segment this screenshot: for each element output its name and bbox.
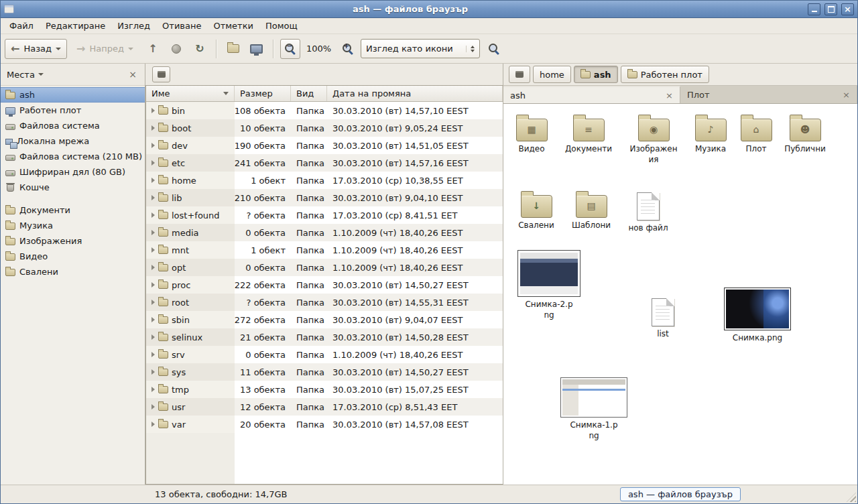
table-row[interactable]: media 0 обекта Папка 1.10.2009 (чт) 18,4… [146,224,503,241]
table-row[interactable]: proc 222 обекта Папка 30.03.2010 (вт) 14… [146,276,503,294]
expander-icon[interactable] [151,143,155,148]
path-button-ash[interactable]: ash [574,66,618,83]
expander-icon[interactable] [151,247,155,253]
icon-item-snimka-1[interactable]: Снимка-1.png [556,377,632,441]
minimize-button[interactable] [808,3,820,15]
view-mode-select[interactable]: Изглед като икони [361,39,480,58]
sidebar-item[interactable]: Документи [1,202,145,218]
sidebar-item[interactable]: Видео [1,249,145,264]
home-folder-button[interactable] [223,39,243,59]
expander-icon[interactable] [151,334,155,340]
menu-item[interactable]: Помощ [259,18,304,34]
tab-close-icon[interactable] [666,90,673,101]
expander-icon[interactable] [151,369,155,375]
icon-item-documents[interactable]: Документи [561,113,616,155]
back-button[interactable]: Назад [5,39,67,59]
icon-item-images[interactable]: Изображения [626,113,681,165]
table-row[interactable]: tmp 13 обекта Папка 30.03.2010 (вт) 15,0… [146,381,503,398]
path-root-button[interactable] [509,66,530,83]
zoom-out-button[interactable]: − [280,39,300,59]
expander-icon[interactable] [151,317,155,322]
pane-root-button[interactable] [152,66,170,82]
tab-ash[interactable]: ash [503,86,680,103]
column-header-name[interactable]: Име [146,86,235,101]
icon-item-desktop[interactable]: Плот [729,113,783,155]
table-row[interactable]: sys 11 обекта Папка 30.03.2010 (вт) 14,5… [146,363,503,381]
expander-icon[interactable] [151,125,155,131]
sidebar-item[interactable]: Изображения [1,233,145,249]
table-row[interactable]: bin 108 обекта Папка 30.03.2010 (вт) 14,… [146,102,503,119]
titlebar[interactable]: ash — файлов браузър [1,1,857,18]
search-button[interactable] [483,39,503,59]
icon-item-snimka[interactable]: Снимка.png [719,288,796,344]
maximize-button[interactable] [824,3,837,15]
column-header-type[interactable]: Вид [291,86,327,101]
menu-item[interactable]: Изглед [111,18,156,34]
icon-item-templates[interactable]: Шаблони [564,190,619,231]
menu-item[interactable]: Отметки [207,18,259,34]
table-row[interactable]: var 20 обекта Папка 30.03.2010 (вт) 14,5… [146,416,503,433]
expander-icon[interactable] [151,178,155,183]
back-dropdown-icon[interactable] [56,48,61,50]
reload-button[interactable] [190,39,210,59]
table-row[interactable]: boot 10 обекта Папка 30.03.2010 (вт) 9,0… [146,119,503,137]
sidebar-item[interactable]: Файлова система (210 MB) [1,149,145,164]
icon-item-downloads[interactable]: Свалени [509,190,564,231]
sidebar-item[interactable]: Шифриран дял (80 GB) [1,164,145,180]
sidebar-item[interactable]: Свалени [1,264,145,279]
icon-item-video[interactable]: Видео [505,113,558,155]
sidebar-item[interactable]: ash [1,87,145,103]
table-row[interactable]: root ? обекта Папка 30.03.2010 (вт) 14,5… [146,294,503,311]
table-row[interactable]: lost+found ? обекта Папка 17.03.2010 (ср… [146,206,503,224]
expander-icon[interactable] [151,300,155,305]
tab-close-icon[interactable] [843,90,850,100]
sidebar-close-button[interactable] [127,69,139,80]
expander-icon[interactable] [151,422,155,427]
table-row[interactable]: srv 0 обекта Папка 1.10.2009 (чт) 18,40,… [146,346,503,363]
expander-icon[interactable] [151,265,155,270]
resize-grip[interactable] [847,493,856,502]
menu-item[interactable]: Файл [3,18,40,34]
icon-item-new-file[interactable]: нов файл [621,190,675,234]
computer-button[interactable] [247,39,267,59]
column-header-size[interactable]: Размер [235,86,291,101]
stop-button[interactable] [166,39,186,59]
expander-icon[interactable] [151,230,155,235]
sidebar-item[interactable]: Работен плот [1,103,145,118]
expander-icon[interactable] [151,212,155,218]
expander-icon[interactable] [151,387,155,392]
path-button-desktop[interactable]: Работен плот [621,66,709,83]
table-row[interactable]: etc 241 обекта Папка 30.03.2010 (вт) 14,… [146,154,503,172]
expander-icon[interactable] [151,282,155,288]
column-header-date[interactable]: Дата на промяна [327,86,503,101]
path-button-home[interactable]: home [533,66,571,83]
sidebar-item[interactable]: Файлова система [1,118,145,133]
icon-view[interactable]: Видео Документи Изображения Музика Плот [503,104,857,485]
menu-item[interactable]: Редактиране [40,18,111,34]
zoom-in-button[interactable]: + [337,39,357,59]
table-row[interactable]: mnt 1 обект Папка 1.10.2009 (чт) 18,40,2… [146,241,503,259]
expander-icon[interactable] [151,160,155,166]
sidebar-item[interactable]: Локална мрежа [1,133,145,149]
icon-item-snimka-2[interactable]: Снимка-2.png [514,250,584,320]
up-button[interactable] [143,39,163,59]
tab-desktop[interactable]: Плот [680,86,857,103]
expander-icon[interactable] [151,195,155,200]
forward-button[interactable]: Напред [70,39,139,59]
sidebar-dropdown-icon[interactable] [38,73,44,76]
menu-item[interactable]: Отиване [156,18,207,34]
expander-icon[interactable] [151,108,155,113]
table-row[interactable]: dev 190 обекта Папка 30.03.2010 (вт) 14,… [146,137,503,154]
table-row[interactable]: usr 12 обекта Папка 17.03.2010 (ср) 8,51… [146,398,503,416]
close-button[interactable] [841,3,854,15]
table-row[interactable]: lib 210 обекта Папка 30.03.2010 (вт) 9,0… [146,189,503,206]
icon-item-list[interactable]: list [636,296,690,340]
table-row[interactable]: sbin 272 обекта Папка 30.03.2010 (вт) 9,… [146,311,503,328]
sidebar-title[interactable]: Места [7,70,35,80]
sidebar-item[interactable]: Музика [1,218,145,233]
table-row[interactable]: selinux 21 обекта Папка 30.03.2010 (вт) … [146,328,503,346]
table-row[interactable]: opt 0 обекта Папка 1.10.2009 (чт) 18,40,… [146,259,503,276]
expander-icon[interactable] [151,352,155,357]
sidebar-item[interactable]: Кошче [1,180,145,195]
icon-item-public[interactable]: Публични [778,113,833,155]
